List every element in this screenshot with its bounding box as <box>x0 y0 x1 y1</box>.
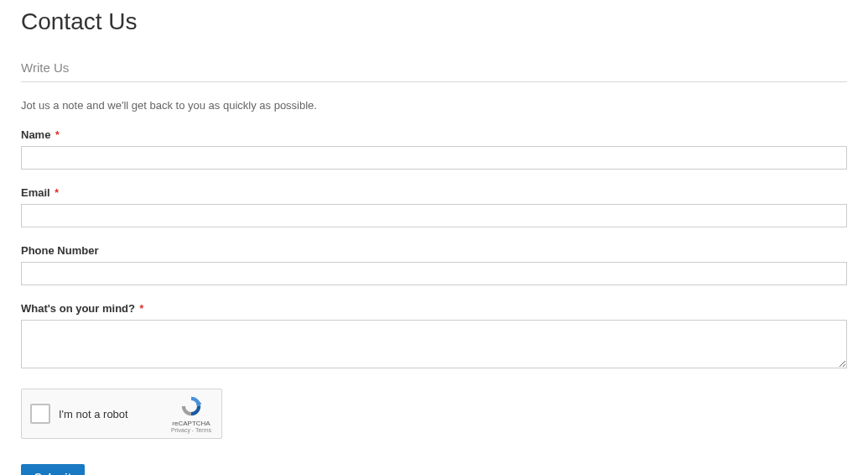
page-title: Contact Us <box>21 8 847 35</box>
recaptcha-icon <box>179 394 203 418</box>
recaptcha-widget: I'm not a robot reCAPTCHA Privacy - Term… <box>21 389 222 439</box>
required-marker: * <box>140 303 144 315</box>
email-field: Email * <box>21 185 847 227</box>
section-title: Write Us <box>21 60 847 82</box>
comment-label: What's on your mind? * <box>21 302 143 315</box>
email-label: Email * <box>21 186 59 199</box>
name-input[interactable] <box>21 146 847 170</box>
recaptcha-brand: reCAPTCHA Privacy - Terms <box>169 394 213 433</box>
required-marker: * <box>55 187 59 199</box>
email-input[interactable] <box>21 204 847 227</box>
comment-label-text: What's on your mind? <box>21 302 135 315</box>
submit-button[interactable]: Submit <box>21 464 85 475</box>
phone-label-text: Phone Number <box>21 244 98 257</box>
recaptcha-links[interactable]: Privacy - Terms <box>171 427 211 433</box>
email-label-text: Email <box>21 186 50 199</box>
name-label: Name * <box>21 128 60 141</box>
phone-input[interactable] <box>21 262 847 285</box>
name-label-text: Name <box>21 128 50 141</box>
comment-textarea[interactable] <box>21 320 847 368</box>
recaptcha-checkbox[interactable] <box>30 404 50 424</box>
name-field: Name * <box>21 127 847 170</box>
phone-field: Phone Number <box>21 243 847 285</box>
required-marker: * <box>55 129 60 141</box>
comment-field: What's on your mind? * <box>21 300 847 372</box>
recaptcha-label: I'm not a robot <box>59 408 169 420</box>
recaptcha-brand-name: reCAPTCHA <box>172 420 210 427</box>
intro-text: Jot us a note and we'll get back to you … <box>21 99 847 112</box>
phone-label: Phone Number <box>21 244 98 257</box>
